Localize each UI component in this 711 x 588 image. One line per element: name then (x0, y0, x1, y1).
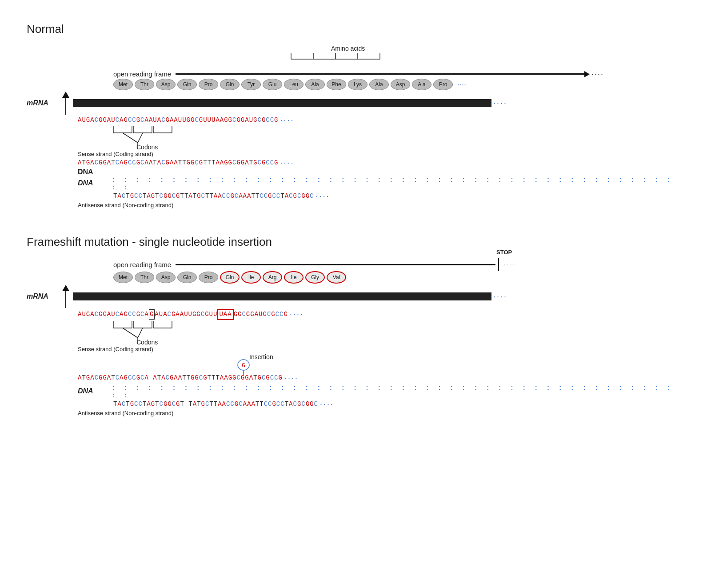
fs-orf-bar (176, 264, 495, 265)
normal-orf-dotted: ···· (591, 69, 604, 79)
fs-protein-ile2: Ile (284, 271, 304, 284)
fs-sense-label: Sense strand (Coding strand) (78, 346, 684, 352)
fs-protein-arg: Arg (263, 271, 282, 284)
fs-antisense-seq-row: TACTGCCTAGTCGGCGT TATGCTTAACCGCAAATTCCGC… (78, 400, 684, 409)
amino-acids-annotation: Amino acids (113, 45, 684, 69)
normal-codons-label: Codons (136, 144, 158, 151)
fs-arrow-line (65, 291, 66, 308)
svg-line-27 (123, 328, 138, 338)
fs-boxed-G: G (149, 309, 155, 320)
normal-sense-seq: ATGACGGATCAGCCGCAATACGAATTGGCGTTTAAGGCGG… (78, 158, 279, 168)
fs-antisense-seq: TACTGCCTAGTCGGCGT TATGCTTAACCGCAAATTCCGC… (113, 400, 318, 409)
protein-ala: Ala (305, 79, 325, 90)
protein-asp2: Asp (391, 79, 410, 90)
protein-leu: Leu (284, 79, 304, 90)
fs-protein-val: Val (327, 271, 346, 284)
frameshift-section: Frameshift mutation - single nucleotide … (27, 235, 684, 416)
fs-sense-seq-row: ATGACGGATCAGCCGCA ATACGAATTGGCGTTTAAGGCG… (78, 373, 684, 383)
fs-orf-dotted: ···· (503, 260, 516, 269)
fs-stop-label: STOP (496, 249, 512, 256)
normal-section: Normal Amino acids open reading frame ··… (27, 22, 684, 208)
normal-arrow-line (65, 98, 66, 115)
normal-mrna-seq-row: AUGACGGAUCAGCCGCAAUACGAAUUGGCGUUUAAGGCGG… (78, 116, 684, 125)
fs-protein-pro: Pro (199, 272, 218, 283)
fs-codon-area: Codons (113, 321, 684, 344)
normal-arrow-col (62, 92, 69, 115)
fs-mrna-seq-row: AUGACGGAUCAGCCGCAGAUACGAAUUGGCGUUUAAGGCG… (78, 309, 684, 320)
protein-pro: Pro (199, 79, 218, 90)
protein-row-dotted: ···· (457, 80, 466, 89)
normal-antisense-label: Antisense strand (Non-coding strand) (78, 202, 684, 208)
protein-phe: Phe (327, 79, 346, 90)
fs-mrna-label: mRNA (27, 292, 62, 300)
normal-mrna-seq: AUGACGGAUCAGCCGCAAUACGAAUUGGCGUUUAAGGCGG… (78, 116, 279, 125)
protein-pro2: Pro (433, 79, 453, 90)
fs-protein-gln2: Gln (220, 271, 240, 284)
svg-text:G: G (242, 362, 245, 369)
svg-line-16 (138, 133, 143, 143)
fs-mrna-seq-end: ···· (290, 310, 304, 319)
protein-asp: Asp (156, 79, 176, 90)
fs-protein-thr: Thr (135, 272, 154, 283)
fs-codons-label: Codons (136, 339, 158, 346)
protein-ala3: Ala (412, 79, 431, 90)
protein-glu: Glu (263, 79, 282, 90)
protein-gln2: Gln (220, 79, 240, 90)
normal-mrna-bar (73, 99, 491, 107)
normal-antisense-seq-end: ···· (316, 192, 330, 201)
amino-acids-label: Amino acids (331, 45, 365, 52)
normal-dna-label-text: DNA (78, 179, 112, 187)
normal-mrna-end: ···· (493, 99, 507, 108)
normal-mrna-label: mRNA (27, 99, 62, 107)
normal-sense-seq-end: ···· (280, 158, 295, 168)
fs-dna-label-text: DNA (78, 387, 112, 395)
normal-sense-label: Sense strand (Coding strand) (78, 151, 684, 157)
normal-antisense-seq-row: TACTGCCTAGTCGGCGTTATGCTTAACCGCAAATTCCGCC… (78, 192, 684, 201)
normal-orf-arrow (584, 71, 590, 77)
fs-protein-gln: Gln (177, 272, 197, 283)
protein-thr: Thr (135, 79, 154, 90)
normal-title: Normal (27, 22, 684, 36)
fs-mrna-seq: AUGACGGAUCAGCCGCAGAUACGAAUUGGCGUUUAAGGCG… (78, 309, 288, 320)
fs-uaa-box: UAA (217, 309, 233, 320)
normal-arrow-up (62, 92, 69, 98)
normal-dna-dashes: : : : : : : : : : : : : : : : : : : : : … (112, 176, 684, 191)
normal-mrna-row: mRNA ···· (27, 92, 684, 115)
normal-sense-seq-row: ATGACGGATCAGCCGCAATACGAATTGGCGTTTAAGGCGG… (78, 158, 684, 168)
fs-mrna-row: mRNA ···· (27, 285, 684, 308)
normal-antisense-seq: TACTGCCTAGTCGGCGTTATGCTTAACCGCAAATTCCGCC… (113, 192, 314, 201)
fs-arrow-up (62, 285, 69, 291)
fs-protein-ile: Ile (241, 271, 261, 284)
fs-dna-dashes: : : : : : : : : : : : : : : : : : : : : … (112, 384, 684, 399)
normal-protein-row: Met Thr Asp Gln Pro Gln Tyr Glu Leu Ala … (113, 79, 684, 90)
fs-protein-gly: Gly (305, 271, 325, 284)
fs-protein-met: Met (113, 272, 133, 283)
svg-line-28 (138, 328, 143, 338)
frameshift-title: Frameshift mutation - single nucleotide … (27, 235, 684, 249)
amino-acids-bracket-svg (287, 53, 384, 63)
normal-dna-dashes-row: DNA (78, 168, 684, 176)
fs-mrna-bar (73, 292, 491, 300)
fs-orf-label: open reading frame (113, 261, 171, 268)
normal-orf-row: open reading frame ···· (113, 69, 684, 79)
normal-codon-area: Codons (113, 126, 684, 149)
fs-protein-row: Met Thr Asp Gln Pro Gln Ile Arg Ile Gly … (113, 271, 684, 284)
fs-antisense-seq-end: ···· (320, 400, 334, 409)
svg-line-15 (123, 133, 138, 143)
protein-lys: Lys (348, 79, 367, 90)
normal-dna-label: DNA (78, 168, 93, 176)
protein-ala2: Ala (369, 79, 389, 90)
fs-orf-row: open reading frame STOP ···· (113, 258, 684, 271)
fs-arrow-col (62, 285, 69, 308)
fs-mrna-end: ···· (493, 292, 507, 301)
normal-dna-label-row: DNA : : : : : : : : : : : : : : : : : : … (78, 176, 684, 191)
fs-protein-asp: Asp (156, 272, 176, 283)
fs-stop-line (498, 258, 499, 271)
protein-tyr: Tyr (241, 79, 261, 90)
protein-met: Met (113, 79, 133, 90)
normal-mrna-track: ···· (73, 99, 507, 108)
fs-dna-label-row: DNA : : : : : : : : : : : : : : : : : : … (78, 384, 684, 399)
normal-orf-bar (176, 73, 584, 75)
fs-insertion-area: Insertion G (78, 353, 684, 373)
fs-antisense-label: Antisense strand (Non-coding strand) (78, 410, 684, 416)
